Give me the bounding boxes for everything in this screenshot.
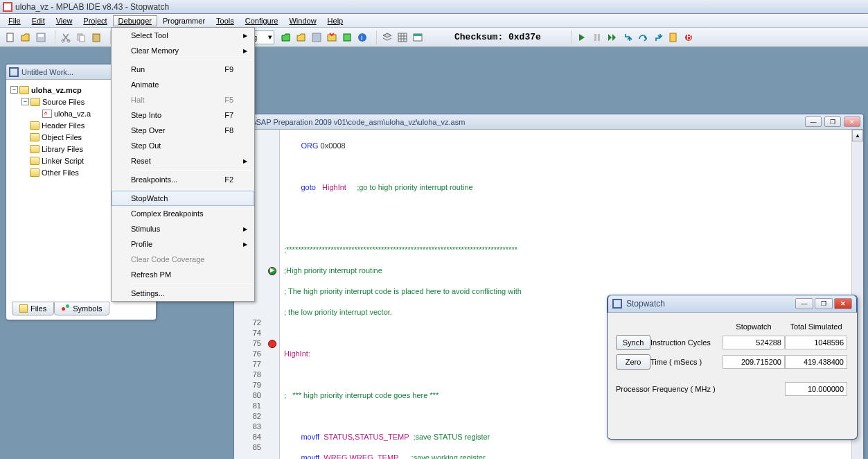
zero-button[interactable]: Zero <box>616 354 650 370</box>
svg-rect-21 <box>598 34 600 41</box>
app-icon <box>3 2 12 12</box>
step-into-icon[interactable] <box>621 31 635 44</box>
svg-rect-17 <box>398 33 407 42</box>
cut-icon[interactable] <box>59 31 73 44</box>
menu-programmer[interactable]: Programmer <box>157 15 211 26</box>
title-bar: uloha_vz - MPLAB IDE v8.43 - Stopwatch <box>0 0 868 14</box>
menu-window[interactable]: Window <box>283 15 321 26</box>
menu-reset[interactable]: Reset▶ <box>112 153 254 168</box>
tab-files[interactable]: Files <box>12 302 54 315</box>
menu-refresh-pm[interactable]: Refresh PM <box>112 267 254 282</box>
build-save-icon[interactable] <box>310 31 324 44</box>
maximize-icon[interactable]: ❐ <box>824 116 841 127</box>
tab-symbols[interactable]: Symbols <box>54 302 109 315</box>
build-open2-icon[interactable] <box>294 31 308 44</box>
cycles-stopwatch: 524288 <box>723 336 785 349</box>
submenu-arrow-icon: ▶ <box>243 226 247 232</box>
new-icon[interactable] <box>3 31 17 44</box>
menu-clear-code-coverage: Clear Code Coverage <box>112 252 254 267</box>
svg-rect-12 <box>312 33 321 42</box>
close-icon[interactable]: ✕ <box>844 116 860 127</box>
build-all-icon[interactable] <box>325 31 339 44</box>
panel-icon <box>9 67 19 77</box>
save-icon[interactable] <box>34 31 48 44</box>
submenu-arrow-icon: ▶ <box>243 241 247 248</box>
svg-text:i: i <box>361 33 362 42</box>
files-icon <box>19 304 28 313</box>
time-stopwatch: 209.715200 <box>723 355 785 369</box>
folder-icon <box>30 133 39 141</box>
stopwatch-window: Stopwatch — ❐ ✕ Stopwatch Total Simulate… <box>607 295 858 440</box>
menu-configure[interactable]: Configure <box>240 15 284 26</box>
menu-clear-memory[interactable]: Clear Memory▶ <box>112 43 254 58</box>
svg-rect-2 <box>38 34 44 37</box>
build-open-icon[interactable] <box>279 31 293 44</box>
folder-icon <box>30 145 39 153</box>
menu-breakpoints[interactable]: Breakpoints...F2 <box>112 172 254 187</box>
menu-select-tool[interactable]: Select Tool▶ <box>112 28 254 43</box>
animate-icon[interactable] <box>605 31 619 44</box>
menu-settings[interactable]: Settings... <box>112 286 254 301</box>
minimize-icon[interactable]: — <box>795 298 813 309</box>
folder-icon <box>19 86 29 94</box>
menu-file[interactable]: File <box>3 15 26 26</box>
debugger-dropdown: Select Tool▶ Clear Memory▶ RunF9 Animate… <box>111 27 255 302</box>
menu-step-out[interactable]: Step Out <box>112 138 254 153</box>
menu-debugger[interactable]: Debugger <box>113 15 157 26</box>
pause-icon[interactable] <box>590 31 604 44</box>
stack-icon[interactable] <box>380 31 394 44</box>
current-line-icon[interactable] <box>268 267 276 275</box>
copy-icon[interactable] <box>74 31 88 44</box>
menu-step-over[interactable]: Step OverF8 <box>112 123 254 138</box>
scroll-up-icon[interactable]: ▲ <box>852 130 863 141</box>
submenu-arrow-icon: ▶ <box>243 48 247 54</box>
folder-icon <box>30 98 40 106</box>
menu-halt: HaltF5 <box>112 92 254 107</box>
menu-tools[interactable]: Tools <box>211 15 240 26</box>
paste-icon[interactable] <box>89 31 103 44</box>
editor-titlebar[interactable]: \PhD\SAP Preparation 2009 v01\code_asm\u… <box>234 114 863 130</box>
svg-rect-20 <box>594 34 596 41</box>
menu-run[interactable]: RunF9 <box>112 62 254 77</box>
info-icon[interactable]: i <box>355 31 369 44</box>
svg-rect-22 <box>670 33 676 42</box>
menu-project[interactable]: Project <box>78 15 112 26</box>
stopwatch-titlebar[interactable]: Stopwatch — ❐ ✕ <box>608 295 857 313</box>
menu-complex-breakpoints[interactable]: Complex Breakpoints <box>112 206 254 221</box>
close-icon[interactable]: ✕ <box>834 298 852 309</box>
stopwatch-title: Stopwatch <box>626 299 795 309</box>
menu-profile[interactable]: Profile▶ <box>112 236 254 252</box>
window-icon[interactable] <box>411 31 425 44</box>
menu-help[interactable]: Help <box>322 15 349 26</box>
open-icon[interactable] <box>19 31 33 44</box>
synch-button[interactable]: Synch <box>616 335 650 350</box>
menu-stopwatch[interactable]: StopWatch <box>112 191 254 206</box>
freq-value[interactable]: 10.000000 <box>785 382 847 396</box>
maximize-icon[interactable]: ❐ <box>815 298 833 309</box>
editor-path: \PhD\SAP Preparation 2009 v01\code_asm\u… <box>237 118 805 126</box>
build-make-icon[interactable] <box>340 31 354 44</box>
step-out-icon[interactable] <box>651 31 665 44</box>
breakpoint-icon[interactable] <box>268 340 276 348</box>
grid-icon[interactable] <box>396 31 409 44</box>
menu-edit[interactable]: Edit <box>26 15 51 26</box>
chevron-down-icon: ▾ <box>268 33 272 42</box>
menu-bar: File Edit View Project Debugger Programm… <box>0 14 868 28</box>
row-freq-label: Processor Frequency ( MHz ) <box>616 385 723 393</box>
svg-rect-19 <box>414 34 422 36</box>
run-icon[interactable] <box>575 31 589 44</box>
breakpoints-icon[interactable]: B <box>682 31 696 44</box>
menu-step-into[interactable]: Step IntoF7 <box>112 107 254 123</box>
menu-animate[interactable]: Animate <box>112 77 254 92</box>
folder-icon <box>30 121 39 130</box>
menu-stimulus[interactable]: Stimulus▶ <box>112 221 254 236</box>
workspace-title: Untitled Work... <box>21 68 115 76</box>
menu-view[interactable]: View <box>51 15 78 26</box>
reset-icon[interactable] <box>666 31 680 44</box>
col-stopwatch: Stopwatch <box>723 322 785 331</box>
minimize-icon[interactable]: — <box>805 116 822 127</box>
tree-toggle-icon[interactable]: − <box>21 98 29 105</box>
step-over-icon[interactable] <box>636 31 650 44</box>
col-total: Total Simulated <box>785 322 847 331</box>
tree-toggle-icon[interactable]: − <box>10 86 18 94</box>
